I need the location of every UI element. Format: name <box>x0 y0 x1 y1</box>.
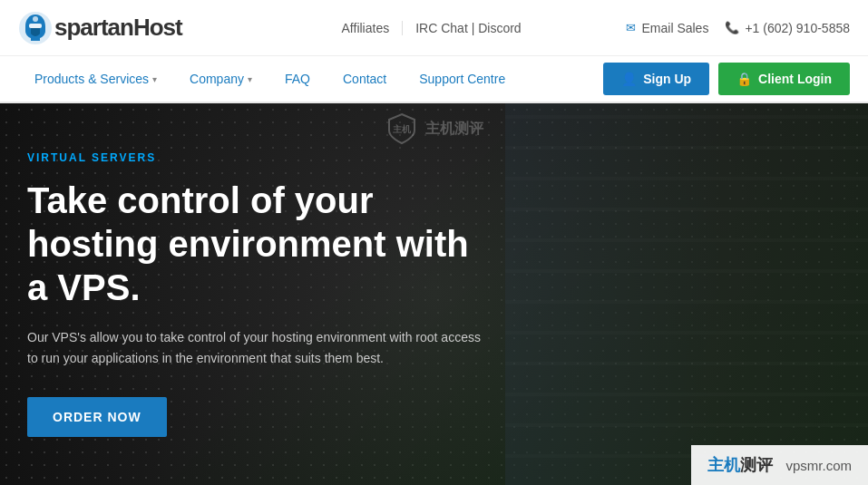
watermark-domain: vpsmr.com <box>785 458 852 473</box>
logo-text: spartanHost <box>54 14 182 42</box>
phone-label: +1 (602) 910-5858 <box>745 21 850 35</box>
nav-faq[interactable]: FAQ <box>268 55 327 102</box>
nav-support[interactable]: Support Centre <box>403 55 522 102</box>
top-bar-left: spartanHost <box>18 11 182 45</box>
order-now-button[interactable]: ORDER NOW <box>27 397 167 437</box>
logo[interactable]: spartanHost <box>18 11 182 45</box>
affiliates-link[interactable]: Affiliates <box>329 21 404 35</box>
email-sales-item: ✉ Email Sales <box>626 21 708 35</box>
main-nav: Products & Services ▾ Company ▾ FAQ Cont… <box>18 55 522 102</box>
hero-label: VIRTUAL SERVERS <box>27 151 481 164</box>
nav-bar: Products & Services ▾ Company ▾ FAQ Cont… <box>0 56 868 103</box>
top-bar: spartanHost Affiliates IRC Chat | Discor… <box>0 0 868 56</box>
lock-icon: 🔒 <box>736 72 752 86</box>
hero-description: Our VPS's allow you to take control of y… <box>27 327 481 368</box>
nav-company[interactable]: Company ▾ <box>173 55 268 102</box>
products-arrow-icon: ▾ <box>152 74 157 84</box>
irc-chat-link[interactable]: IRC Chat | Discord <box>403 21 533 35</box>
phone-icon: 📞 <box>725 21 739 34</box>
email-sales-label: Email Sales <box>641 21 708 35</box>
svg-point-2 <box>33 16 38 22</box>
hero-content: VIRTUAL SERVERS Take control of your hos… <box>0 103 508 485</box>
login-button[interactable]: 🔒 Client Login <box>718 63 850 95</box>
nav-buttons: 👤 Sign Up 🔒 Client Login <box>603 63 850 95</box>
signup-button[interactable]: 👤 Sign Up <box>603 63 709 95</box>
nav-contact[interactable]: Contact <box>327 55 403 102</box>
watermark-box: 主机测评 vpsmr.com <box>691 445 868 485</box>
user-icon: 👤 <box>621 72 637 86</box>
svg-rect-1 <box>29 24 42 28</box>
email-icon: ✉ <box>626 21 636 34</box>
nav-products-services[interactable]: Products & Services ▾ <box>18 55 173 102</box>
company-arrow-icon: ▾ <box>248 74 252 84</box>
top-bar-right: ✉ Email Sales 📞 +1 (602) 910-5858 <box>626 21 850 35</box>
top-bar-center: Affiliates IRC Chat | Discord <box>329 21 534 35</box>
watermark-chinese-text: 主机测评 <box>707 454 773 476</box>
hero-section: 主机 主机测评 VIRTUAL SERVERS Take control of … <box>0 103 868 485</box>
hero-server-image <box>505 103 868 485</box>
hero-title: Take control of your hosting environment… <box>27 179 481 309</box>
logo-icon <box>18 11 53 45</box>
phone-item: 📞 +1 (602) 910-5858 <box>725 21 850 35</box>
top-bar-links: Affiliates IRC Chat | Discord <box>329 21 534 35</box>
